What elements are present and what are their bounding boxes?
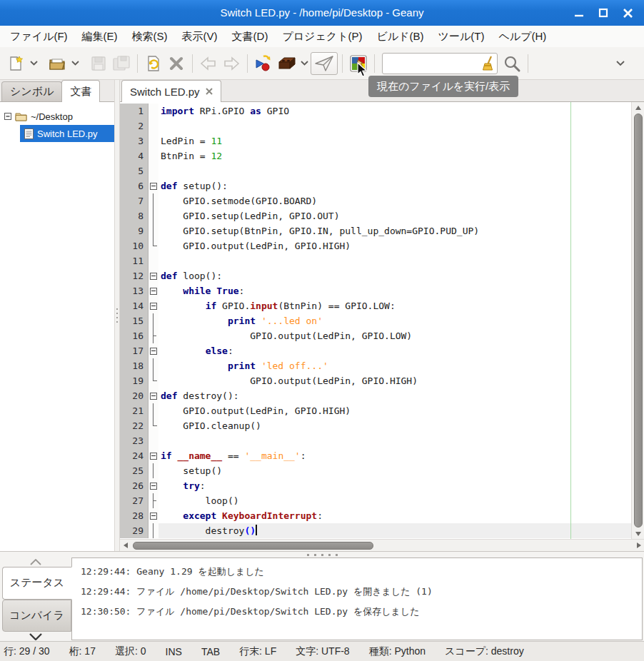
menu-item[interactable]: ツール(T)	[431, 27, 492, 46]
search-button[interactable]	[500, 52, 523, 75]
toolbar-overflow-button[interactable]	[614, 53, 627, 74]
code-line[interactable]: 25 setup()	[120, 463, 631, 478]
open-dropdown[interactable]	[69, 53, 81, 74]
fold-marker[interactable]	[149, 343, 159, 358]
scroll-up-button[interactable]	[632, 102, 644, 113]
code-line[interactable]: 5	[120, 163, 631, 178]
editor-body: 1import RPi.GPIO as GPIO23LedPin = 114Bt…	[120, 102, 644, 539]
fold-marker[interactable]	[149, 508, 159, 523]
new-file-dropdown[interactable]	[27, 53, 40, 74]
code-viewport[interactable]: 1import RPi.GPIO as GPIO23LedPin = 114Bt…	[120, 102, 631, 539]
code-line[interactable]: 7 GPIO.setmode(GPIO.BOARD)	[120, 193, 631, 208]
code-line[interactable]: 15 print '...led on'	[120, 313, 631, 328]
tree-file-row[interactable]: Switch LED.py	[20, 125, 114, 142]
horizontal-scrollbar[interactable]	[120, 539, 644, 551]
code-line[interactable]: 22 GPIO.cleanup()	[120, 418, 631, 433]
code-line[interactable]: 13 while True:	[120, 283, 631, 298]
code-line[interactable]: 27 loop()	[120, 493, 631, 508]
compile-button[interactable]	[252, 52, 275, 75]
horizontal-scroll-thumb[interactable]	[133, 542, 373, 550]
menu-item[interactable]: ファイル(F)	[3, 27, 75, 46]
editor-tab[interactable]: Switch LED.py	[121, 80, 221, 102]
menu-item[interactable]: プロジェクト(P)	[275, 27, 369, 46]
vertical-scrollbar[interactable]	[631, 102, 644, 539]
code-line[interactable]: 9 GPIO.setup(BtnPin, GPIO.IN, pull_up_do…	[120, 223, 631, 238]
code-line[interactable]: 24if __name__ == '__main__':	[120, 448, 631, 463]
open-button[interactable]	[46, 52, 69, 75]
line-number: 7	[120, 193, 149, 208]
scroll-right-button[interactable]	[633, 540, 644, 551]
code-line[interactable]: 19 GPIO.output(LedPin, GPIO.HIGH)	[120, 373, 631, 388]
fold-marker[interactable]	[149, 448, 159, 463]
line-number: 11	[120, 253, 149, 268]
fold-margin	[149, 223, 159, 238]
tab-symbols[interactable]: シンボル	[1, 81, 62, 101]
code-line[interactable]: 16 GPIO.output(LedPin, GPIO.LOW)	[120, 328, 631, 343]
fold-marker[interactable]	[149, 388, 159, 403]
code-line[interactable]: 8 GPIO.setup(LedPin, GPIO.OUT)	[120, 208, 631, 223]
menu-item[interactable]: ビルド(B)	[370, 27, 431, 46]
message-tabs-scroll-up[interactable]	[0, 557, 71, 567]
code-line[interactable]: 20def destroy():	[120, 388, 631, 403]
close-button[interactable]	[618, 4, 637, 22]
status-messages[interactable]: 12:29:44: Geany 1.29 を起動しました12:29:44: ファ…	[71, 557, 643, 640]
code-line[interactable]: 4BtnPin = 12	[120, 148, 631, 163]
message-tabs-scroll-down[interactable]	[0, 632, 71, 641]
tab-compiler[interactable]: コンパイラ	[2, 600, 71, 632]
code-line[interactable]: 11	[120, 253, 631, 268]
code-line[interactable]: 6def setup():	[120, 178, 631, 193]
code-line[interactable]: 26 try:	[120, 478, 631, 493]
code-line[interactable]: 14 if GPIO.input(BtnPin) == GPIO.LOW:	[120, 298, 631, 313]
menu-item[interactable]: ヘルプ(H)	[491, 27, 553, 46]
code-line[interactable]: 28 except KeyboardInterrupt:	[120, 508, 631, 523]
tab-close-icon[interactable]	[206, 88, 213, 95]
fold-marker[interactable]	[149, 268, 159, 283]
color-chooser-button[interactable]	[347, 52, 370, 75]
menu-item[interactable]: 表示(V)	[175, 27, 225, 46]
build-button[interactable]	[275, 52, 298, 75]
code-line[interactable]: 23	[120, 433, 631, 448]
fold-marker[interactable]	[149, 178, 159, 193]
expander-minus-icon[interactable]	[4, 113, 11, 120]
toolbar-search-input[interactable]	[383, 55, 482, 72]
toolbar-search-entry[interactable]	[382, 53, 498, 74]
code-text: def setup():	[159, 178, 631, 193]
scroll-down-button[interactable]	[632, 528, 644, 539]
titlebar[interactable]: Switch LED.py - /home/pi/Desktop - Geany	[0, 0, 644, 26]
maximize-button[interactable]	[594, 4, 613, 22]
menu-item[interactable]: 検索(S)	[125, 27, 175, 46]
code-line[interactable]: 1import RPi.GPIO as GPIO	[120, 104, 631, 118]
menu-item[interactable]: 文書(D)	[225, 27, 276, 46]
close-document-button[interactable]	[165, 52, 188, 75]
code-line[interactable]: 18 print 'led off...'	[120, 358, 631, 373]
sidebar-splitter[interactable]	[114, 80, 120, 551]
documents-tree[interactable]: ~/Desktop Switch LED.py	[0, 102, 114, 551]
menu-item[interactable]: 編集(E)	[75, 27, 125, 46]
build-dropdown[interactable]	[298, 53, 311, 74]
code-text: GPIO.setup(LedPin, GPIO.OUT)	[159, 208, 631, 223]
run-paper-plane-icon	[314, 54, 334, 73]
code-line[interactable]: 10 GPIO.output(LedPin, GPIO.HIGH)	[120, 238, 631, 253]
code-line[interactable]: 3LedPin = 11	[120, 133, 631, 148]
tab-status[interactable]: ステータス	[2, 567, 72, 600]
new-file-button[interactable]	[4, 52, 27, 75]
line-number: 25	[120, 463, 149, 478]
vertical-scroll-thumb[interactable]	[634, 113, 643, 528]
code-line[interactable]: 12def loop():	[120, 268, 631, 283]
run-button[interactable]	[311, 52, 338, 75]
code-line[interactable]: 21 GPIO.output(LedPin, GPIO.HIGH)	[120, 403, 631, 418]
code-line[interactable]: 17 else:	[120, 343, 631, 358]
clear-broom-icon[interactable]	[482, 56, 495, 71]
scroll-left-button[interactable]	[120, 540, 131, 551]
code-line[interactable]: 2	[120, 118, 631, 133]
fold-marker[interactable]	[149, 298, 159, 313]
line-number: 10	[120, 238, 149, 253]
revert-button[interactable]	[142, 52, 165, 75]
minimize-button[interactable]	[570, 4, 588, 22]
code-text: except KeyboardInterrupt:	[159, 508, 631, 523]
fold-marker[interactable]	[149, 283, 159, 298]
code-line[interactable]: 29 destroy()	[120, 523, 631, 538]
tree-folder-row[interactable]: ~/Desktop	[0, 108, 114, 125]
fold-marker[interactable]	[149, 478, 159, 493]
tab-documents[interactable]: 文書	[61, 80, 100, 102]
